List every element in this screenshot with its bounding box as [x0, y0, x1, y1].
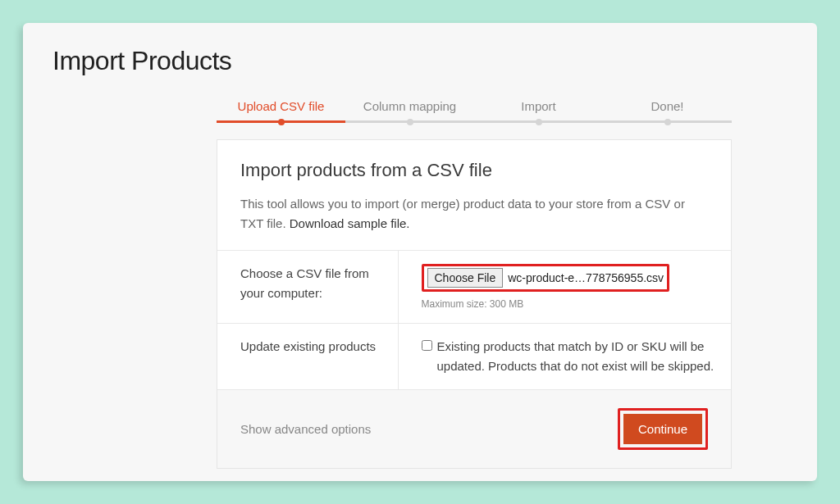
- step-import[interactable]: Import: [474, 99, 603, 123]
- card-footer: Show advanced options Continue: [217, 389, 731, 468]
- file-input-highlight: Choose File wc-product-e…778756955.csv: [422, 264, 670, 292]
- max-file-size: Maximum size: 300 MB: [422, 298, 715, 310]
- step-label: Done!: [651, 99, 683, 113]
- page-title: Import Products: [52, 46, 788, 76]
- wizard-container: Upload CSV file Column mapping Import Do…: [217, 99, 732, 469]
- continue-button[interactable]: Continue: [623, 414, 702, 444]
- step-upload-csv[interactable]: Upload CSV file: [217, 99, 345, 123]
- step-label: Upload CSV file: [238, 99, 325, 113]
- step-label: Column mapping: [363, 99, 456, 113]
- selected-file-name: wc-product-e…778756955.csv: [508, 271, 664, 284]
- update-existing-checkbox[interactable]: [422, 340, 432, 351]
- choose-file-button[interactable]: Choose File: [427, 268, 504, 288]
- show-advanced-options-link[interactable]: Show advanced options: [240, 422, 371, 436]
- step-done[interactable]: Done!: [603, 99, 732, 123]
- card-description: This tool allows you to import (or merge…: [240, 194, 708, 234]
- step-label: Import: [521, 99, 556, 113]
- update-existing-checkbox-wrap[interactable]: Existing products that match by ID or SK…: [422, 337, 715, 376]
- card-header: Import products from a CSV file This too…: [217, 140, 731, 250]
- file-input-label: Choose a CSV file from your computer:: [217, 251, 398, 324]
- card-title: Import products from a CSV file: [240, 160, 708, 181]
- update-existing-row: Update existing products Existing produc…: [217, 324, 731, 390]
- import-card: Import products from a CSV file This too…: [217, 139, 732, 469]
- file-input-row: Choose a CSV file from your computer: Ch…: [217, 251, 731, 324]
- import-window: Import Products Upload CSV file Column m…: [23, 23, 817, 481]
- update-existing-cell: Existing products that match by ID or SK…: [398, 324, 731, 390]
- step-column-mapping[interactable]: Column mapping: [345, 99, 474, 123]
- update-existing-description: Existing products that match by ID or SK…: [437, 337, 715, 376]
- continue-highlight: Continue: [618, 408, 708, 450]
- form-table: Choose a CSV file from your computer: Ch…: [217, 250, 731, 389]
- update-existing-label: Update existing products: [217, 324, 398, 390]
- file-input-cell: Choose File wc-product-e…778756955.csv M…: [398, 251, 731, 324]
- download-sample-link[interactable]: Download sample file.: [290, 216, 410, 230]
- progress-steps: Upload CSV file Column mapping Import Do…: [217, 99, 732, 123]
